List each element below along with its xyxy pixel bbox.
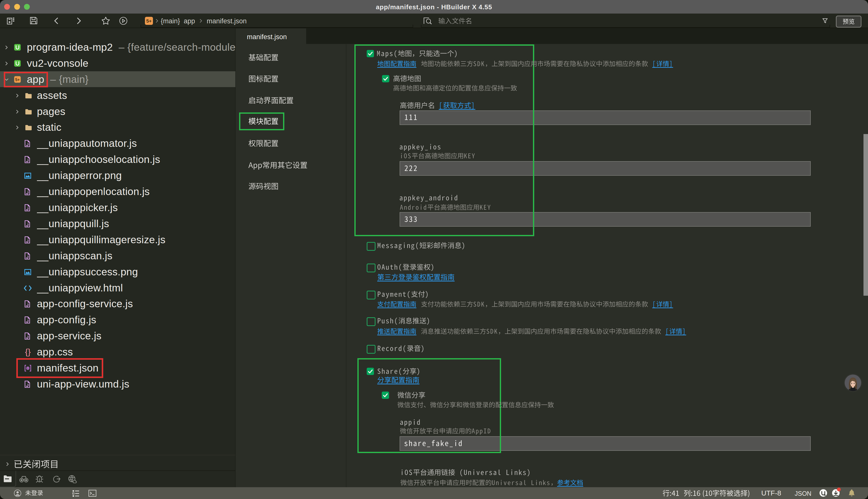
svg-text:5+: 5+ (146, 18, 152, 24)
svg-text:{}: {} (25, 348, 31, 356)
